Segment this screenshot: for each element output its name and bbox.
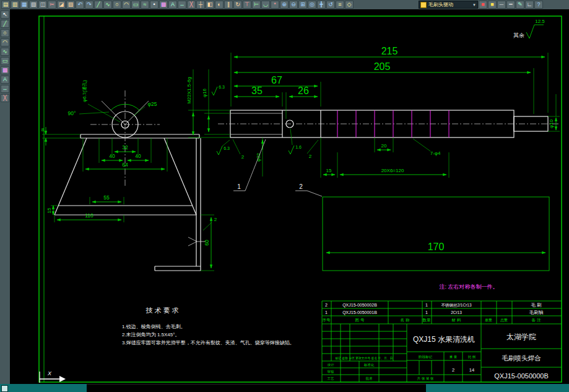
- move-icon[interactable]: ┼: [196, 1, 205, 9]
- match-properties-icon[interactable]: ✎: [516, 1, 524, 9]
- draw-line-icon[interactable]: ╱: [94, 1, 103, 9]
- print-preview-icon[interactable]: ◫: [38, 1, 47, 9]
- dim-205: 205: [374, 61, 391, 72]
- linetype-control-icon[interactable]: ─: [497, 1, 506, 9]
- erase-tool-icon[interactable]: ╳: [1, 94, 9, 102]
- select-icon[interactable]: ↖: [1, 11, 9, 19]
- draw-arc-icon[interactable]: ◠: [122, 1, 131, 9]
- dim-20: 20: [381, 143, 387, 149]
- redraw-icon[interactable]: ↺: [326, 1, 335, 9]
- circle-tool-icon[interactable]: ○: [1, 29, 9, 37]
- draw-polyline-icon[interactable]: ∿: [103, 1, 112, 9]
- zoom-window-icon[interactable]: ⊞: [298, 1, 307, 9]
- pan-icon[interactable]: ╋: [317, 1, 326, 9]
- drawing-name-combo[interactable]: 毛刷头驱动 ▼: [419, 1, 478, 9]
- text-tool-icon[interactable]: A: [1, 76, 9, 84]
- bom-row-1: 2 QXJ15-0050002B 1 不锈钢丝2/1Cr13 毛 刷: [325, 302, 542, 308]
- zoom-in-icon[interactable]: ⊕: [280, 1, 289, 9]
- copy-object-icon[interactable]: ◧: [206, 1, 214, 9]
- redo-icon[interactable]: ↷: [85, 1, 93, 9]
- dim-8: 8: [41, 127, 45, 133]
- plot-icon[interactable]: ▧: [29, 1, 38, 9]
- hatch-tool-icon[interactable]: ▩: [1, 66, 9, 74]
- draw-spline-icon[interactable]: ≈: [141, 1, 149, 9]
- dim-dia25: φ25: [148, 101, 157, 107]
- taskbar-button[interactable]: [1, 385, 8, 392]
- dim-60: 60: [204, 240, 210, 246]
- bom-header-no: 序号: [323, 318, 331, 322]
- bom-header-note: 备 注: [532, 318, 541, 323]
- fillet-icon[interactable]: ◡: [261, 1, 270, 9]
- draw-circle-icon[interactable]: ○: [113, 1, 121, 9]
- dim-64: 64: [122, 162, 128, 168]
- bom-code: QXJ15-0050002B: [342, 303, 377, 308]
- paste-icon[interactable]: ▨: [66, 1, 75, 9]
- drawing-canvas[interactable]: 12.5 其余: [10, 9, 569, 384]
- technical-requirements: 技 术 要 求 1.锐边、棱角倒钝、去毛刺。 2.未注倒角均为 1.5X45°。…: [122, 307, 295, 346]
- object-snap-icon[interactable]: ◇: [345, 1, 354, 9]
- dim-26: 26: [298, 85, 309, 96]
- weight-value: 2: [452, 367, 454, 373]
- dim-110: 110: [85, 212, 93, 219]
- new-file-icon[interactable]: ▤: [1, 1, 10, 9]
- label-weight: 重 量: [450, 355, 458, 359]
- roughness-value: 12.5: [535, 19, 545, 24]
- ortho-mode-icon[interactable]: ∟: [525, 1, 534, 9]
- dim-dia16: φ16: [202, 88, 207, 97]
- label-design: 设计: [328, 363, 335, 367]
- label-process: 工艺: [328, 377, 335, 380]
- undo-icon[interactable]: ↶: [76, 1, 84, 9]
- explode-icon[interactable]: *: [271, 1, 279, 9]
- dim-20x6: 20X6=120: [381, 168, 404, 173]
- bom-qty: 1: [425, 310, 428, 315]
- save-file-icon[interactable]: ▦: [20, 1, 28, 9]
- title-block: 2 QXJ15-0050002B 1 不锈钢丝2/1Cr13 毛 刷 1 QXJ…: [322, 301, 562, 382]
- top-toolbar: ▤▥▦▧◫✂◪▨↶↷╱∿○◠▭≈•▩A↔╳┼◧◐∥↻⊤⊢◡*⊕⊖⊞◎╋↺≡◇ 毛…: [0, 0, 569, 9]
- shaft-view: [218, 110, 558, 271]
- roughness-16: 1.6: [295, 145, 302, 149]
- draw-point-icon[interactable]: •: [150, 1, 159, 9]
- chevron-down-icon[interactable]: ▼: [472, 3, 476, 7]
- mirror-icon[interactable]: ◐: [215, 1, 224, 9]
- arc-tool-icon[interactable]: ◠: [1, 38, 9, 46]
- dim-32: 32: [122, 144, 128, 150]
- hatch-icon[interactable]: ▩: [159, 1, 168, 9]
- rectangle-tool-icon[interactable]: ▭: [1, 57, 9, 65]
- bom-code: QXJ15-0050001B: [342, 310, 377, 315]
- dim-thread-m22: M22X1.5-6g: [186, 77, 192, 104]
- drawing-number: QXJ15-0050000B: [494, 372, 548, 380]
- help-icon[interactable]: ?: [534, 1, 543, 9]
- bom-material: 2Cr13: [451, 310, 462, 315]
- zoom-all-icon[interactable]: ◎: [308, 1, 316, 9]
- layer-control-icon[interactable]: ■: [488, 1, 497, 9]
- dimension-linear-icon[interactable]: ↔: [178, 1, 186, 9]
- color-control-icon[interactable]: ■: [479, 1, 487, 9]
- command-window[interactable]: [87, 384, 426, 392]
- lineweight-control-icon[interactable]: ━: [506, 1, 515, 9]
- bom-header-name: 名 称: [401, 318, 410, 323]
- label-sheets: 共 张 第 张: [417, 377, 434, 381]
- open-file-icon[interactable]: ▥: [11, 1, 19, 9]
- extend-icon[interactable]: ⊢: [252, 1, 261, 9]
- dim-55: 55: [103, 194, 110, 201]
- text-tool-icon[interactable]: A: [168, 1, 177, 9]
- dimension-tool-icon[interactable]: ↔: [1, 85, 9, 93]
- roughness-63-b: 6.3: [224, 146, 230, 150]
- offset-icon[interactable]: ∥: [224, 1, 233, 9]
- drawing-file-icon: [420, 2, 427, 8]
- surface-roughness-note: 12.5 其余: [513, 19, 545, 38]
- shaft-dimensions: 215 205 67 35 26 M22X1.5-6g φ16 6.: [186, 46, 560, 253]
- polyline-tool-icon[interactable]: ∿: [1, 48, 9, 56]
- copy-icon[interactable]: ◪: [57, 1, 66, 9]
- zoom-out-icon[interactable]: ⊖: [289, 1, 298, 9]
- draw-rectangle-icon[interactable]: ▭: [131, 1, 140, 9]
- erase-icon[interactable]: ╳: [187, 1, 196, 9]
- layer-manager-icon[interactable]: ≡: [336, 1, 344, 9]
- line-tool-icon[interactable]: ╱: [1, 20, 9, 28]
- cut-icon[interactable]: ✂: [48, 1, 56, 9]
- rotate-icon[interactable]: ↻: [233, 1, 242, 9]
- bom-no: 2: [325, 303, 328, 307]
- ucs-x-label: X: [47, 370, 52, 377]
- trim-icon[interactable]: ⊤: [243, 1, 251, 9]
- roughness-63-a: 6.3: [219, 85, 225, 89]
